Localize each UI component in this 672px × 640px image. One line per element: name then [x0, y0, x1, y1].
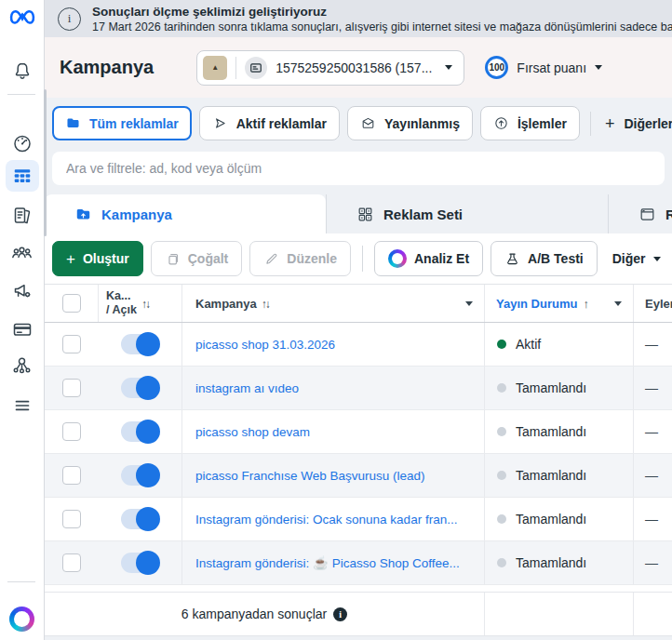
tab-label: Kampanya	[101, 207, 172, 222]
tab-label: Reklamlar	[665, 207, 672, 222]
content-panel: Tüm reklamlar Aktif reklamlar Yayınlanmı…	[45, 98, 672, 640]
promote-megaphone-icon[interactable]	[7, 275, 37, 305]
campaign-toggle[interactable]	[121, 553, 158, 573]
plus-icon	[66, 251, 75, 267]
delivery-status: Tamamlandı	[484, 454, 633, 497]
divider	[362, 246, 363, 272]
campaign-name-link[interactable]: Instagram gönderisi: ☕ Picasso Shop Coff…	[181, 541, 484, 584]
tab-ad-sets[interactable]: Reklam Seti	[327, 194, 608, 233]
row-action: —	[633, 367, 672, 409]
score-label: Fırsat puanı	[517, 60, 586, 75]
header-toggle-column[interactable]: Ka... / Açık	[98, 285, 181, 322]
more-button[interactable]: Diğer	[612, 251, 661, 266]
footer-delivery-cell	[484, 593, 633, 635]
status-label: Aktif	[516, 337, 541, 352]
ab-test-button[interactable]: A/B Testi	[491, 241, 598, 276]
filter-all-ads[interactable]: Tüm reklamlar	[52, 106, 192, 140]
row-checkbox[interactable]	[62, 422, 81, 441]
table-footer: 6 kampanyadan sonuçlar	[45, 592, 672, 635]
meta-ai-icon[interactable]	[7, 604, 37, 633]
delivery-status: Aktif	[484, 323, 633, 366]
analyze-button[interactable]: Analiz Et	[374, 241, 483, 276]
tab-ads[interactable]: Reklamlar	[609, 194, 672, 233]
all-tools-menu-icon[interactable]	[7, 391, 37, 420]
campaigns-table-icon[interactable]	[6, 160, 39, 192]
chevron-down-icon	[595, 65, 602, 70]
left-sidebar	[0, 0, 45, 640]
billing-card-icon[interactable]	[7, 314, 37, 344]
filter-active-ads[interactable]: Aktif reklamlar	[199, 106, 340, 140]
duplicate-button[interactable]: Çoğalt	[151, 241, 243, 276]
header-delivery-column[interactable]: Yayın Durumu	[484, 285, 633, 322]
campaign-name-link[interactable]: picasso Franchıse Web Başvurusu (lead)	[181, 454, 484, 497]
header-campaign-column[interactable]: Kampanya	[181, 285, 484, 322]
campaign-column-label: Kampanya	[195, 297, 257, 311]
chevron-down-icon	[445, 65, 452, 70]
sort-icon[interactable]	[262, 297, 269, 311]
button-label: A/B Testi	[528, 251, 584, 266]
filter-see-more[interactable]: Diğerlerini gör	[601, 115, 672, 132]
row-checkbox[interactable]	[62, 379, 81, 397]
info-icon[interactable]	[333, 607, 347, 621]
chevron-down-icon[interactable]	[614, 301, 622, 306]
row-checkbox[interactable]	[62, 466, 81, 485]
table-header: Ka... / Açık Kampanya Yayın Durumu	[45, 284, 672, 323]
sort-ascending-icon[interactable]	[583, 297, 589, 311]
tab-campaigns[interactable]: Kampanya	[45, 194, 326, 233]
row-checkbox[interactable]	[62, 553, 81, 572]
meta-logo-icon[interactable]	[0, 7, 44, 26]
campaign-name-link[interactable]: instagram aı vıdeo	[181, 367, 484, 409]
score-badge: 100	[485, 56, 508, 79]
chevron-down-icon[interactable]	[465, 301, 473, 306]
envelope-icon	[360, 115, 376, 131]
meta-ai-icon	[388, 249, 407, 268]
grid-icon	[356, 206, 374, 223]
delivery-status: Tamamlandı	[484, 541, 633, 584]
status-dot	[497, 514, 506, 524]
pencil-icon	[263, 251, 279, 267]
campaign-toggle[interactable]	[121, 334, 158, 354]
dashboard-gauge-icon[interactable]	[7, 128, 37, 158]
campaign-name-link[interactable]: picasso shop 31.03.2026	[181, 323, 484, 366]
opportunity-score[interactable]: 100 Fırsat puanı	[485, 56, 602, 79]
campaign-name-link[interactable]: picasso shop devam	[181, 410, 484, 453]
campaign-toggle[interactable]	[121, 465, 158, 486]
edit-button[interactable]: Düzenle	[249, 241, 351, 276]
campaign-toggle[interactable]	[121, 378, 158, 398]
filter-published[interactable]: Yayınlanmış	[347, 106, 473, 140]
flask-icon	[504, 251, 520, 267]
create-button[interactable]: Oluştur	[52, 241, 143, 276]
campaign-toggle[interactable]	[121, 509, 158, 529]
button-label: Oluştur	[83, 251, 129, 266]
campaign-toggle[interactable]	[121, 421, 158, 442]
reporting-pages-icon[interactable]	[7, 201, 37, 231]
status-label: Tamamlandı	[516, 468, 586, 483]
button-label: Diğer	[612, 251, 646, 266]
status-dot	[497, 471, 506, 480]
account-selector[interactable]: ▲ 1575259250031586 (157...	[196, 50, 464, 86]
sort-icon[interactable]	[141, 297, 149, 311]
campaign-name-link[interactable]: Instagram gönderisi: Ocak sonuna kadar f…	[181, 498, 484, 540]
row-checkbox[interactable]	[62, 510, 81, 528]
audiences-people-icon[interactable]	[7, 238, 37, 268]
filter-label: İşlemler	[517, 116, 567, 131]
business-assets-icon[interactable]	[7, 350, 37, 380]
table-row: picasso Franchıse Web Başvurusu (lead) T…	[45, 454, 672, 498]
select-all-checkbox[interactable]	[62, 294, 81, 313]
banner-title: Sonuçları ölçme şeklimizi geliştiriyoruz	[92, 4, 672, 20]
table-tail	[45, 635, 672, 640]
scrollbar-thumb[interactable]	[44, 89, 47, 236]
search-input[interactable]	[64, 160, 652, 177]
button-label: Analiz Et	[414, 251, 469, 266]
folder-arrow-icon	[74, 206, 92, 223]
delivery-status: Tamamlandı	[484, 367, 633, 409]
notifications-bell-icon[interactable]	[7, 56, 37, 86]
search-row	[45, 140, 672, 185]
filter-actions[interactable]: İşlemler	[480, 106, 580, 140]
row-checkbox[interactable]	[62, 335, 81, 353]
status-dot	[497, 340, 506, 349]
tab-label: Reklam Seti	[383, 207, 463, 222]
sidebar-divider	[7, 94, 35, 95]
account-id-icon	[245, 57, 267, 79]
row-action: —	[633, 454, 672, 497]
